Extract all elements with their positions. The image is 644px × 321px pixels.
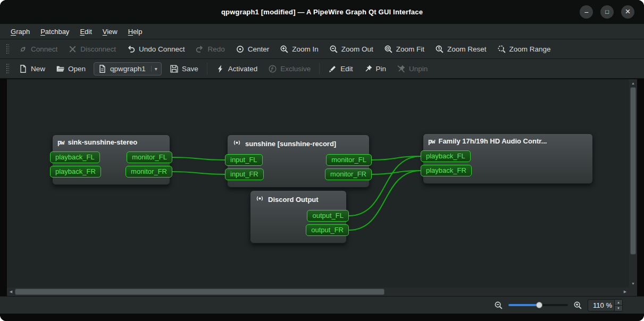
disconnect-button[interactable]: Disconnect (63, 42, 121, 56)
node-title: pwFamily 17h/19h HD Audio Contr... (423, 134, 592, 148)
exclusive-button[interactable]: Exclusive (263, 62, 315, 76)
port-playback_FL[interactable]: playback_FL (421, 150, 471, 162)
redo-icon (195, 45, 204, 54)
toolbar-button-label: New (31, 65, 45, 73)
graph-canvas[interactable]: pwsink-sunshine-stereoplayback_FLmonitor… (7, 79, 629, 288)
edit-icon (328, 64, 337, 73)
port-monitor_FR[interactable]: monitor_FR (325, 168, 372, 180)
port-playback_FL[interactable]: playback_FL (50, 151, 100, 163)
menu-view[interactable]: View (97, 24, 123, 39)
node-sunshine[interactable]: sunshine [sunshine-record]input_FLmonito… (227, 134, 370, 188)
vertical-scroll-track[interactable] (629, 87, 637, 280)
port-spacer (592, 165, 592, 176)
zoom-spinbox[interactable]: 110 % ▲ ▼ (588, 299, 623, 311)
titlebar: qpwgraph1 [modified] — A PipeWire Graph … (0, 0, 644, 24)
redo-button[interactable]: Redo (190, 42, 229, 56)
port-row: output_FL (250, 210, 346, 222)
toolbar-button-label: Save (182, 65, 198, 73)
save-icon (170, 64, 179, 73)
port-playback_FR[interactable]: playback_FR (421, 165, 472, 176)
toolbar-handle[interactable] (5, 43, 9, 55)
zoom-range-button[interactable]: Zoom Range (492, 42, 556, 56)
node-title-text: sunshine [sunshine-record] (245, 140, 336, 148)
port-monitor_FL[interactable]: monitor_FL (326, 154, 372, 166)
maximize-button[interactable]: □ (600, 5, 614, 19)
menu-help[interactable]: Help (123, 24, 148, 39)
zoom-reset-button[interactable]: Zoom Reset (430, 42, 491, 56)
minimize-button[interactable]: − (580, 5, 593, 19)
window-bottom-edge (0, 314, 644, 321)
zoom-in-icon (280, 45, 289, 54)
pin-button[interactable]: Pin (359, 62, 391, 76)
zoom-out-icon (329, 45, 338, 54)
port-row: playback_FR (423, 165, 592, 176)
node-discord[interactable]: Discord Outputoutput_FLoutput_FR (250, 190, 347, 243)
disconnect-icon (68, 45, 77, 54)
zoom-fit-button[interactable]: Zoom Fit (379, 42, 429, 56)
zoom-slider[interactable] (508, 301, 568, 309)
node-title: sunshine [sunshine-record] (228, 135, 369, 151)
save-button[interactable]: Save (165, 62, 203, 76)
connection-sunshine-monitor_FL-to-family-playback_FL[interactable] (372, 156, 421, 160)
zoom-out-button[interactable]: Zoom Out (324, 42, 378, 56)
audio-device-icon (232, 138, 241, 149)
menu-edit[interactable]: Edit (74, 24, 97, 39)
zoom-spin-up-icon[interactable]: ▲ (615, 300, 622, 306)
zoom-in-icon[interactable] (573, 301, 582, 310)
vertical-scrollbar[interactable]: ▲ ▼ (629, 79, 637, 288)
toolbar-separator (319, 63, 320, 74)
toolbar-button-label: qpwgraph1 (110, 65, 146, 73)
vertical-scroll-thumb[interactable] (630, 87, 636, 255)
port-input_FL[interactable]: input_FL (225, 154, 263, 166)
central-area: pwsink-sunshine-stereoplayback_FLmonitor… (0, 79, 644, 296)
zoom-in-button[interactable]: Zoom In (275, 42, 323, 56)
node-sink[interactable]: pwsink-sunshine-stereoplayback_FLmonitor… (52, 134, 170, 185)
activated-icon (216, 64, 225, 73)
toolbar-patchbay: NewOpenqpwgraph1▾SaveActivatedExclusiveE… (0, 59, 644, 79)
open-button[interactable]: Open (51, 62, 90, 76)
port-input_FR[interactable]: input_FR (225, 168, 264, 180)
horizontal-scroll-track[interactable] (15, 288, 621, 296)
menu-patchbay[interactable]: Patchbay (35, 24, 74, 39)
center-button[interactable]: Center (231, 42, 274, 56)
port-monitor_FL[interactable]: monitor_FL (127, 151, 172, 163)
connection-sunshine-monitor_FR-to-family-playback_FR[interactable] (372, 171, 421, 174)
connect-button[interactable]: Connect (14, 42, 62, 56)
toolbar-button-label: Connect (31, 45, 57, 53)
close-button[interactable]: × (621, 5, 634, 19)
toolbar-handle[interactable] (5, 63, 9, 74)
scroll-up-arrow-icon[interactable]: ▲ (629, 79, 637, 87)
port-row: playback_FL (423, 150, 592, 162)
port-output_FR[interactable]: output_FR (306, 224, 349, 236)
horizontal-scrollbar[interactable]: ◀ ▶ (7, 288, 629, 296)
toolbar-button-label: Zoom Fit (396, 45, 424, 53)
node-title-text: Family 17h/19h HD Audio Contr... (438, 137, 547, 145)
port-spacer (592, 150, 592, 162)
close-icon: × (625, 7, 631, 16)
toolbar-separator (207, 63, 207, 74)
zoom-value[interactable]: 110 % (588, 300, 614, 311)
exclusive-icon (268, 64, 277, 73)
connection-sink-monitor_FL-to-sunshine-input_FL[interactable] (172, 157, 225, 160)
unpin-button[interactable]: Unpin (392, 62, 432, 76)
toolbar-button-label: Exclusive (280, 65, 311, 73)
zoom-spin-down-icon[interactable]: ▼ (615, 306, 622, 311)
zoom-range-icon (497, 45, 506, 54)
scroll-left-arrow-icon[interactable]: ◀ (7, 288, 15, 296)
port-monitor_FR[interactable]: monitor_FR (126, 166, 172, 178)
activated-button[interactable]: Activated (211, 62, 263, 76)
node-family[interactable]: pwFamily 17h/19h HD Audio Contr...playba… (423, 133, 593, 184)
connection-sink-monitor_FR-to-sunshine-input_FR[interactable] (172, 172, 225, 174)
horizontal-scroll-thumb[interactable] (15, 289, 384, 295)
port-output_FL[interactable]: output_FL (307, 210, 349, 222)
zoom-slider-handle[interactable] (536, 302, 542, 308)
scroll-down-arrow-icon[interactable]: ▼ (629, 280, 637, 288)
port-playback_FR[interactable]: playback_FR (50, 166, 101, 178)
patchbay-select-combo[interactable]: qpwgraph1▾ (94, 62, 162, 75)
zoom-out-icon[interactable] (494, 301, 503, 310)
undo-connect-button[interactable]: Undo Connect (122, 42, 189, 56)
menu-graph[interactable]: Graph (5, 24, 35, 39)
new-button[interactable]: New (14, 62, 50, 76)
scroll-right-arrow-icon[interactable]: ▶ (621, 288, 629, 296)
edit-button[interactable]: Edit (323, 62, 357, 76)
